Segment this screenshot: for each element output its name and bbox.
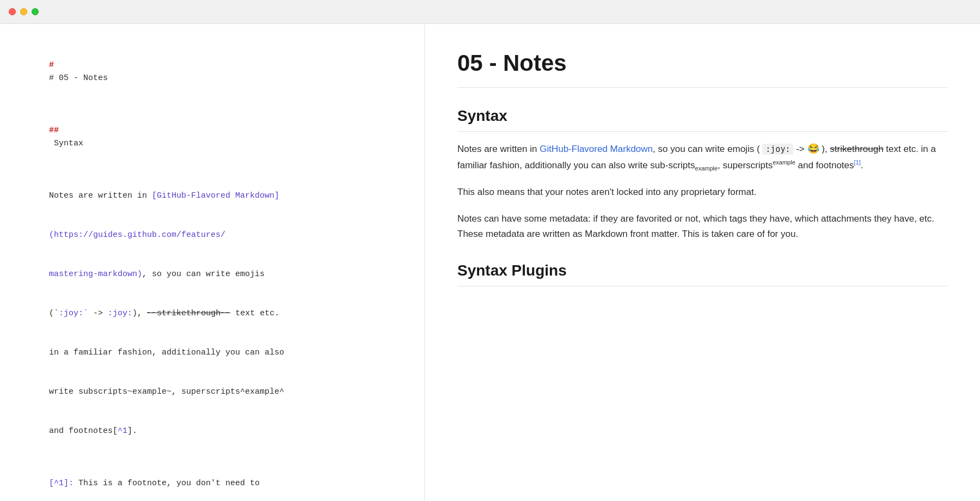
editor-line-footnotes: and footnotes[^1]. bbox=[20, 412, 405, 451]
editor-title-text: # 05 - Notes bbox=[49, 74, 108, 83]
preview-gfm-link[interactable]: GitHub-Flavored Markdown bbox=[540, 144, 653, 154]
editor-text-6: text etc. bbox=[230, 309, 279, 318]
maximize-button[interactable] bbox=[32, 8, 39, 15]
titlebar bbox=[0, 0, 980, 24]
preview-para1-after-emoji: ), bbox=[819, 144, 830, 154]
editor-link-gfm: [GitHub-Flavored Markdown] bbox=[152, 191, 279, 200]
editor-text-11: This is a footnote, you don't need to bbox=[74, 479, 260, 488]
editor-footnote-def: [^1]: bbox=[49, 479, 74, 488]
close-button[interactable] bbox=[9, 8, 16, 15]
preview-code-joy: :joy: bbox=[762, 144, 793, 155]
preview-para1-period: . bbox=[861, 160, 863, 170]
preview-para1-comma: , superscripts bbox=[718, 160, 773, 170]
editor-line-footnote-def: [^1]: This is a footnote, you don't need… bbox=[20, 464, 405, 501]
editor-code-backtick: ` bbox=[54, 309, 59, 318]
editor-line-url2: mastering-markdown), so you can write em… bbox=[20, 255, 405, 294]
preview-subscript: example bbox=[695, 165, 718, 172]
preview-panel: 05 - Notes Syntax Notes are written in G… bbox=[425, 24, 980, 501]
editor-link-url2: mastering-markdown) bbox=[49, 270, 142, 279]
preview-para1-text-before: Notes are written in bbox=[457, 144, 540, 154]
preview-emoji-joy: 😂 bbox=[807, 143, 819, 154]
editor-blank-1 bbox=[20, 98, 405, 111]
preview-paragraph-2: This also means that your notes aren't l… bbox=[457, 185, 947, 200]
editor-link-url1: (https://guides.github.com/features/ bbox=[49, 230, 225, 240]
editor-text-9: and footnotes[ bbox=[49, 426, 118, 436]
editor-h2-marker: ## bbox=[49, 126, 59, 135]
preview-section1-heading: Syntax bbox=[457, 107, 947, 132]
editor-text-3: ( bbox=[49, 309, 54, 318]
preview-paragraph-1: Notes are written in GitHub-Flavored Mar… bbox=[457, 140, 947, 174]
preview-superscript: example bbox=[773, 159, 795, 166]
preview-para1-footnote-text: and footnotes bbox=[795, 160, 854, 170]
editor-h2-text: Syntax bbox=[49, 139, 83, 148]
editor-line-subscripts: write subscripts~example~, superscripts^… bbox=[20, 372, 405, 412]
editor-line-notes: Notes are written in [GitHub-Flavored Ma… bbox=[20, 176, 405, 216]
preview-para1-arrow: -> bbox=[793, 144, 807, 154]
editor-footnote-ref: ^1 bbox=[118, 426, 127, 436]
main-content: # # 05 - Notes ## Syntax Notes are writt… bbox=[0, 24, 980, 501]
editor-title-line: # # 05 - Notes bbox=[20, 46, 405, 98]
preview-para1-text-after-link: , so you can write emojis ( bbox=[653, 144, 762, 154]
preview-section2-heading: Syntax Plugins bbox=[457, 262, 947, 286]
editor-code-joy1: :joy:` bbox=[59, 309, 88, 318]
minimize-button[interactable] bbox=[20, 8, 27, 15]
editor-cursor: # bbox=[49, 60, 54, 70]
editor-h2-line: ## Syntax bbox=[20, 111, 405, 163]
editor-text-7: in a familiar fashion, additionally you … bbox=[49, 348, 284, 357]
editor-strikethrough-text: ~~strikethrough~~ bbox=[147, 309, 230, 318]
preview-paragraph-3: Notes can have some metadata: if they ar… bbox=[457, 211, 947, 243]
preview-title: 05 - Notes bbox=[457, 50, 947, 88]
editor-line-emojis: (`:joy:` -> :joy:), ~~strikethrough~~ te… bbox=[20, 294, 405, 333]
editor-line-fashion: in a familiar fashion, additionally you … bbox=[20, 333, 405, 372]
traffic-lights bbox=[9, 8, 39, 15]
editor-blank-2 bbox=[20, 163, 405, 176]
editor-text-2: , so you can write emojis bbox=[142, 270, 265, 279]
preview-strikethrough: strikethrough bbox=[830, 144, 883, 154]
editor-blank-3 bbox=[20, 451, 405, 464]
editor-panel[interactable]: # # 05 - Notes ## Syntax Notes are writt… bbox=[0, 24, 425, 501]
editor-text-10: ]. bbox=[127, 426, 137, 436]
editor-line-url: (https://guides.github.com/features/ bbox=[20, 216, 405, 255]
editor-text-4: -> bbox=[88, 309, 108, 318]
preview-footnote-sup: [1] bbox=[854, 159, 861, 166]
editor-text-5: ), bbox=[132, 309, 147, 318]
editor-text-1: Notes are written in bbox=[49, 191, 152, 200]
editor-code-joy2: :joy: bbox=[108, 309, 132, 318]
editor-text-8: write subscripts~example~, superscripts^… bbox=[49, 387, 284, 396]
